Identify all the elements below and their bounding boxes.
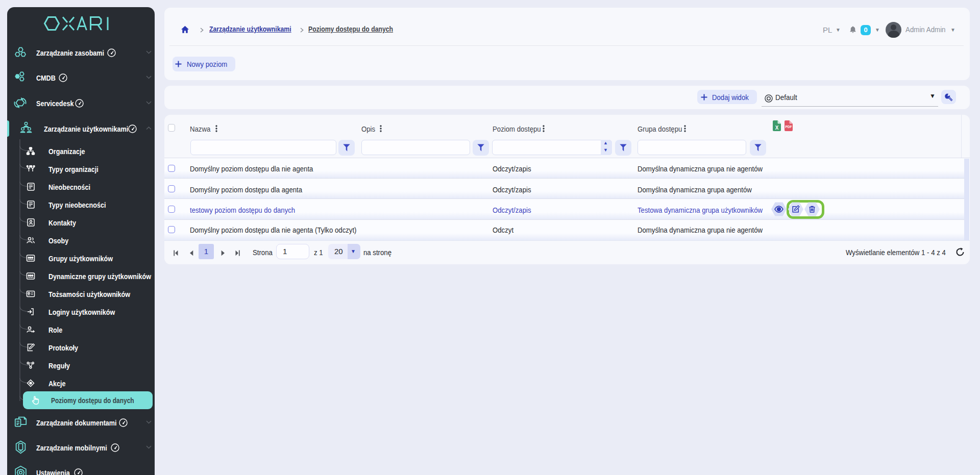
svg-text:X: X bbox=[775, 125, 779, 131]
svg-text:PDF: PDF bbox=[786, 125, 792, 129]
